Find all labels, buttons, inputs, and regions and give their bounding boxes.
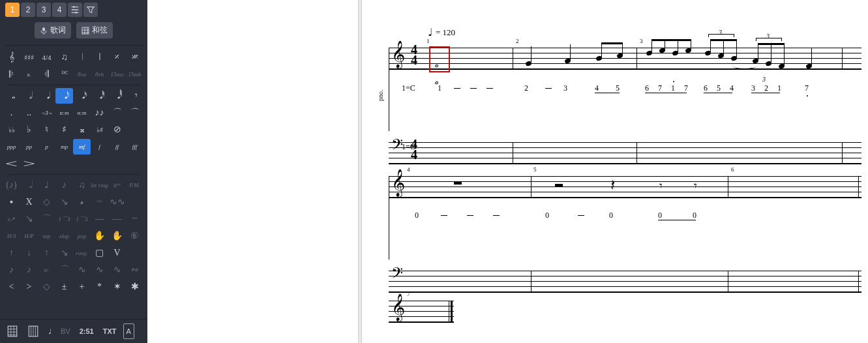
dynamic-fff[interactable]: fff (126, 139, 143, 155)
dynamic-ff[interactable]: ff (108, 139, 126, 155)
barline-single-icon[interactable]: 𝄀 (73, 50, 91, 65)
arpeggio-up-icon[interactable]: ↑ (38, 245, 55, 261)
accent-2-icon[interactable]: > (20, 279, 38, 295)
chord-diagram-icon[interactable] (4, 323, 21, 339)
fermata-diamond-icon[interactable]: ◇ (38, 279, 55, 295)
grace-beamed-icon[interactable]: ♫ (73, 177, 91, 193)
note-half-icon[interactable]: 𝅗𝅥 (20, 88, 38, 104)
mordent-icon[interactable]: ∿ (73, 262, 91, 278)
a-button[interactable]: A (123, 323, 134, 339)
string-6-icon[interactable]: ⑥ (126, 228, 143, 244)
tuplet-nm2-icon[interactable]: n:m (73, 105, 91, 121)
bv-button[interactable]: BV (58, 323, 73, 339)
let-ring-icon[interactable]: let ring (91, 177, 108, 193)
ghost-note-icon[interactable]: (♪) (3, 177, 20, 193)
legato-line-icon[interactable]: — (91, 211, 108, 227)
palm-mute-icon[interactable]: P.M. (126, 177, 143, 193)
bass-staff-1[interactable]: 𝄢 44 (389, 139, 861, 172)
bend-icon[interactable]: ⌒ (38, 211, 55, 227)
rest-icon[interactable]: 𝄾 (126, 88, 143, 104)
inverted-mordent-icon[interactable]: ∿ (91, 262, 108, 278)
slide-in-up-icon[interactable]: x↗ (3, 211, 20, 227)
x-small-icon[interactable]: x (73, 194, 91, 210)
tenuto-icon[interactable]: ✶ (108, 279, 126, 295)
double-flat-icon[interactable]: ♭♭ (3, 122, 20, 138)
marcato-icon[interactable]: ± (55, 279, 73, 295)
repeat-close-icon[interactable]: 𝄇 (38, 67, 55, 82)
wavy-line-icon[interactable]: ∾ (126, 262, 143, 278)
voice-tab-3[interactable]: 3 (37, 3, 51, 17)
slide-down-icon[interactable]: ↘ (55, 194, 73, 210)
dynamic-mf[interactable]: mf (73, 139, 91, 155)
courtesy-acc-icon[interactable]: ♭♯ (91, 122, 108, 138)
fermata-icon[interactable]: ✱ (126, 279, 143, 295)
repeat-alt-icon[interactable]: x. (20, 67, 38, 82)
note-quarter-icon[interactable]: 𝅘𝅥 (38, 88, 55, 104)
tap-icon[interactable]: tap (38, 228, 55, 244)
trill-icon[interactable]: tr. (38, 262, 55, 278)
dynamic-mp[interactable]: mp (55, 139, 73, 155)
sharp-icon[interactable]: ♯ (55, 122, 73, 138)
grace-eighth-icon[interactable]: ♪ (55, 177, 73, 193)
x-note-icon[interactable]: X (20, 194, 38, 210)
staccato-icon[interactable]: * (91, 279, 108, 295)
time-signature-button[interactable]: 4/4 (38, 50, 55, 65)
dynamic-f[interactable]: f (91, 139, 108, 155)
voice-tab-2[interactable]: 2 (21, 3, 35, 17)
vibrato-icon[interactable]: ~ (91, 194, 108, 210)
note-whole-icon[interactable]: 𝅝 (3, 88, 20, 104)
no-acc-icon[interactable]: ⊘ (108, 122, 126, 138)
multivoice-icon[interactable] (68, 3, 82, 17)
key-signature-button[interactable]: ♯♯♯ (20, 50, 38, 65)
hand-closed-icon[interactable]: ✋ (108, 228, 126, 244)
dot-icon[interactable]: . (3, 105, 20, 121)
clef-treble-icon[interactable]: 𝄞 (3, 50, 20, 65)
slur-icon[interactable]: ⌒ (126, 105, 143, 121)
treble-staff-1[interactable]: 𝄞 44 1 2 3 𝅗𝅗 (389, 44, 861, 77)
hand-open-icon[interactable]: ✋ (91, 228, 108, 244)
natural-icon[interactable]: ♮ (38, 122, 55, 138)
double-dot-icon[interactable]: .. (20, 105, 38, 121)
hammer-pull-icon[interactable]: H/P (20, 228, 38, 244)
stroke-down-icon[interactable]: ↓ (20, 245, 38, 261)
repeat-sign-2-icon[interactable]: 𝄏 (126, 50, 143, 65)
slide-1-3-icon[interactable]: 1⌒3 (55, 211, 73, 227)
dynamic-ppp[interactable]: ppp (3, 139, 20, 155)
half-rest[interactable] (555, 184, 563, 187)
beam-icon[interactable]: ♪♪ (91, 105, 108, 121)
note-thirtysecond-icon[interactable]: 𝅘𝅥𝅰 (91, 88, 108, 104)
pop-icon[interactable]: pop (73, 228, 91, 244)
tremolo-icon[interactable]: ∿ (108, 262, 126, 278)
crescendo-icon[interactable] (3, 156, 20, 172)
voice-tab-4[interactable]: 4 (52, 3, 67, 17)
downstroke-icon[interactable]: ▢ (91, 245, 108, 261)
ornament-2-icon[interactable]: ♪ (20, 262, 38, 278)
free-time-button[interactable]: ♫ (55, 50, 73, 65)
quindicesima-up-icon[interactable]: 15ma (108, 67, 126, 82)
turn-icon[interactable]: ⌒ (55, 262, 73, 278)
wavy-icon[interactable]: ~ (126, 211, 143, 227)
quindicesima-down-icon[interactable]: 15mb (126, 67, 143, 82)
dynamic-pp[interactable]: pp (20, 139, 38, 155)
vertical-splitter[interactable] (358, 0, 362, 343)
note-sixtyfourth-icon[interactable]: 𝅘𝅥𝅱 (108, 88, 126, 104)
grace-half-icon[interactable]: 𝅗𝅥 (20, 177, 38, 193)
dead-note-icon[interactable]: ▪ (3, 194, 20, 210)
voice-tab-1[interactable]: 1 (5, 3, 20, 17)
treble-staff-3[interactable]: 𝄞 7 (389, 297, 454, 330)
lyrics-button[interactable]: 歌词 (35, 22, 71, 38)
decrescendo-icon[interactable] (20, 156, 38, 172)
ottava-down-icon[interactable]: 8vb (91, 67, 108, 82)
slide-out-down-icon[interactable]: ↘ (20, 211, 38, 227)
repeat-sign-1-icon[interactable]: 𝄎 (108, 50, 126, 65)
harmonic-icon[interactable]: ◇ (38, 194, 55, 210)
double-sharp-icon[interactable]: 𝄪 (73, 122, 91, 138)
grace-quarter-icon[interactable]: ♩ (38, 177, 55, 193)
stroke-up-icon[interactable]: ↑ (3, 245, 20, 261)
slap-icon[interactable]: slap (55, 228, 73, 244)
note-eighth-icon[interactable]: 𝅘𝅥𝅮 (55, 88, 73, 104)
dynamic-p[interactable]: p (38, 139, 55, 155)
txt-button[interactable]: TXT (100, 323, 119, 339)
upstroke-icon[interactable]: V (108, 245, 126, 261)
fretboard-icon[interactable] (25, 323, 42, 339)
